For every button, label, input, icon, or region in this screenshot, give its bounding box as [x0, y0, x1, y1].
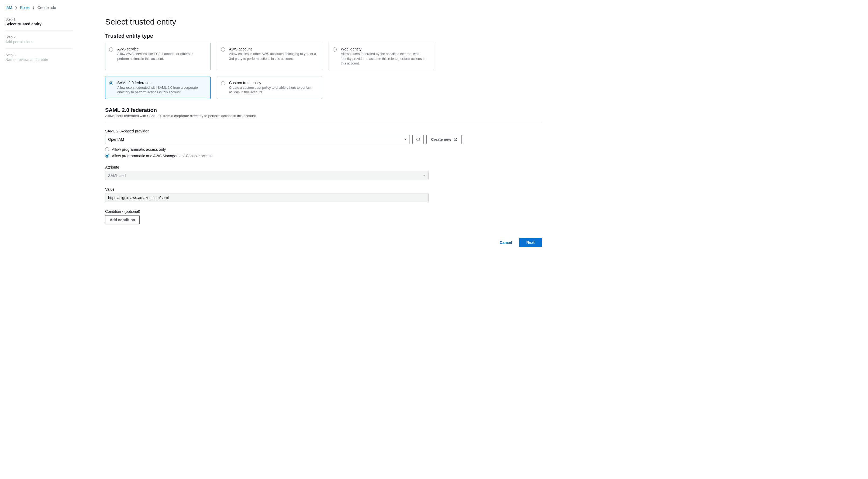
- cancel-button[interactable]: Cancel: [495, 238, 517, 247]
- breadcrumb-iam[interactable]: IAM: [5, 5, 12, 10]
- condition-label: Condition - (optional): [105, 209, 429, 214]
- section-heading-trusted-entity-type: Trusted entity type: [105, 33, 542, 39]
- radio-icon: [109, 81, 113, 85]
- step-3[interactable]: Step 3 Name, review, and create: [5, 53, 73, 66]
- radio-label: Allow programmatic and AWS Management Co…: [112, 154, 212, 158]
- radio-icon: [109, 48, 113, 52]
- main-content: Select trusted entity Trusted entity typ…: [105, 17, 542, 247]
- button-label: Cancel: [500, 240, 512, 245]
- attribute-select: SAML:aud: [105, 171, 429, 180]
- step-2[interactable]: Step 2 Add permissions: [5, 35, 73, 49]
- attribute-label: Attribute: [105, 165, 429, 169]
- entity-type-web-identity[interactable]: Web identity Allows users federated by t…: [329, 43, 434, 70]
- refresh-icon: [416, 137, 420, 142]
- entity-type-cards: AWS service Allow AWS services like EC2,…: [105, 43, 434, 99]
- radio-icon: [105, 147, 109, 151]
- entity-type-aws-account[interactable]: AWS account Allow entities in other AWS …: [217, 43, 322, 70]
- card-desc: Allow users federated with SAML 2.0 from…: [117, 86, 206, 95]
- access-programmatic-only-radio[interactable]: Allow programmatic access only: [105, 147, 542, 152]
- wizard-footer: Cancel Next: [105, 238, 542, 247]
- breadcrumb: IAM ❯ Roles ❯ Create role: [5, 5, 863, 10]
- access-console-radio[interactable]: Allow programmatic and AWS Management Co…: [105, 154, 542, 158]
- card-title: Custom trust policy: [229, 81, 318, 85]
- chevron-right-icon: ❯: [15, 6, 17, 9]
- chevron-right-icon: ❯: [32, 6, 35, 9]
- saml-heading: SAML 2.0 federation: [105, 107, 542, 113]
- wizard-steps: Step 1 Select trusted entity Step 2 Add …: [5, 17, 73, 247]
- card-desc: Create a custom trust policy to enable o…: [229, 86, 318, 95]
- button-label: Create new: [431, 137, 451, 142]
- caret-down-icon: [404, 139, 407, 140]
- provider-select[interactable]: OpenIAM: [105, 135, 410, 144]
- entity-type-custom[interactable]: Custom trust policy Create a custom trus…: [217, 77, 322, 99]
- value-label: Value: [105, 187, 429, 191]
- caret-down-icon: [423, 175, 426, 176]
- step-title: Add permissions: [5, 40, 73, 44]
- button-label: Next: [526, 240, 534, 245]
- breadcrumb-roles[interactable]: Roles: [20, 5, 30, 10]
- button-label: Add condition: [110, 218, 135, 222]
- step-num: Step 2: [5, 35, 73, 39]
- radio-label: Allow programmatic access only: [112, 147, 166, 152]
- external-link-icon: [454, 138, 457, 141]
- provider-label: SAML 2.0–based provider: [105, 129, 542, 133]
- radio-icon: [105, 154, 109, 158]
- card-title: SAML 2.0 federation: [117, 81, 206, 85]
- radio-icon: [221, 81, 225, 85]
- create-new-provider-button[interactable]: Create new: [427, 135, 462, 144]
- value-input: [105, 193, 429, 202]
- radio-icon: [333, 48, 337, 52]
- page-title: Select trusted entity: [105, 17, 542, 26]
- step-num: Step 1: [5, 17, 73, 21]
- card-desc: Allows users federated by the specified …: [341, 52, 429, 66]
- next-button[interactable]: Next: [519, 238, 542, 247]
- step-title: Name, review, and create: [5, 57, 73, 62]
- step-num: Step 3: [5, 53, 73, 57]
- breadcrumb-current: Create role: [37, 5, 56, 10]
- step-1[interactable]: Step 1 Select trusted entity: [5, 17, 73, 31]
- card-title: AWS account: [229, 47, 318, 51]
- card-title: Web identity: [341, 47, 429, 51]
- divider: [105, 123, 542, 123]
- refresh-button[interactable]: [412, 135, 424, 144]
- entity-type-aws-service[interactable]: AWS service Allow AWS services like EC2,…: [105, 43, 211, 70]
- card-title: AWS service: [117, 47, 206, 51]
- radio-icon: [221, 48, 225, 52]
- card-desc: Allow AWS services like EC2, Lambda, or …: [117, 52, 206, 61]
- saml-desc: Allow users federated with SAML 2.0 from…: [105, 114, 542, 118]
- card-desc: Allow entities in other AWS accounts bel…: [229, 52, 318, 61]
- provider-select-value: OpenIAM: [108, 137, 124, 142]
- entity-type-saml[interactable]: SAML 2.0 federation Allow users federate…: [105, 77, 211, 99]
- step-title: Select trusted entity: [5, 22, 73, 26]
- add-condition-button[interactable]: Add condition: [105, 215, 140, 224]
- attribute-select-value: SAML:aud: [108, 173, 126, 178]
